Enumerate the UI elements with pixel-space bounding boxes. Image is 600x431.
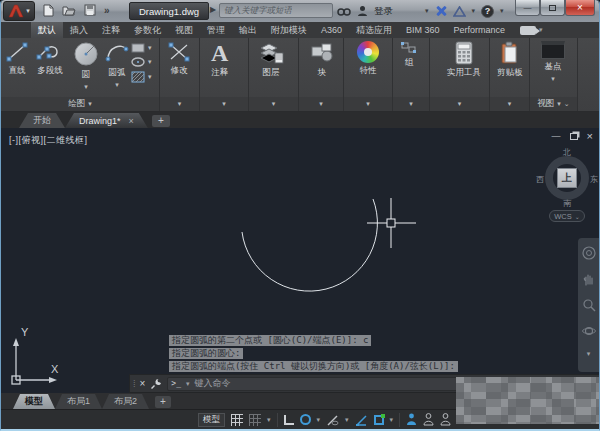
ribbon-tab-output[interactable]: 输出 — [232, 22, 264, 38]
group-panel-label[interactable]: ▾ — [393, 97, 429, 111]
object-snap-toggle-icon[interactable] — [374, 415, 384, 425]
draw-panel-label[interactable]: 绘图 ▾ — [1, 97, 159, 111]
maximize-button[interactable] — [540, 0, 565, 16]
arc-button[interactable]: 圆弧 ▾ — [104, 41, 130, 89]
save-icon[interactable] — [83, 3, 97, 17]
osnap-dropdown-icon[interactable]: ▾ — [390, 416, 394, 424]
command-customize-wrench-icon[interactable] — [150, 378, 162, 390]
arc-label: 圆弧 — [109, 67, 126, 79]
panel-annotation: A 注释 ▾ — [200, 38, 249, 111]
ribbon-tab-featured-apps[interactable]: 精选应用 — [349, 22, 399, 38]
tab-layout2[interactable]: 布局2 — [102, 394, 149, 409]
modify-button[interactable]: 修改 — [167, 41, 191, 77]
circle-label: 圆 — [82, 69, 91, 81]
close-button[interactable]: × — [565, 0, 595, 16]
minimize-button[interactable]: — — [515, 0, 540, 16]
isodraft-toggle-icon[interactable] — [326, 414, 339, 426]
annotation-scale-icon[interactable] — [440, 413, 451, 426]
grid-display-toggle-icon[interactable] — [231, 414, 243, 426]
hatch-dropdown-icon[interactable]: ▾ — [148, 73, 152, 81]
polar-dropdown-icon[interactable]: ▾ — [317, 416, 321, 424]
snap-mode-toggle-icon[interactable] — [249, 414, 261, 426]
ribbon-tab-annotate[interactable]: 注释 — [95, 22, 127, 38]
line-button[interactable]: 直线 — [5, 41, 29, 77]
sign-in-label[interactable]: 登录 — [374, 5, 393, 18]
infocenter-bar: 登录 ▾ ▾ ? ▾ — [337, 2, 504, 20]
panel-block: 块 ▾ — [299, 38, 344, 111]
ribbon-tab-default[interactable]: 默认 — [31, 22, 63, 38]
circle-dropdown-icon[interactable]: ▾ — [84, 83, 88, 91]
ribbon-tab-bim360[interactable]: BIM 360 — [399, 22, 447, 38]
basepoint-button[interactable]: 基点 ▾ — [541, 41, 565, 83]
new-layout-button[interactable]: + — [155, 396, 171, 408]
help-caret-icon[interactable]: ▾ — [500, 7, 504, 15]
application-menu-button[interactable]: ▾ — [3, 1, 35, 21]
exchange-apps-icon[interactable] — [435, 5, 447, 17]
file-tab-start[interactable]: 开始 — [19, 113, 65, 128]
basepoint-icon — [541, 41, 565, 59]
model-space-toggle[interactable]: 模型 — [198, 413, 225, 427]
drawing-tab-close-icon[interactable]: × — [129, 116, 134, 126]
ribbon-tab-insert[interactable]: 插入 — [63, 22, 95, 38]
ribbon-tab-performance[interactable]: Performance — [447, 22, 513, 38]
ribbon-tab-parametric[interactable]: 参数化 — [127, 22, 168, 38]
new-drawing-tab-button[interactable]: + — [152, 115, 170, 127]
rectangle-dropdown-icon[interactable]: ▾ — [148, 44, 152, 52]
open-file-icon[interactable] — [62, 3, 76, 17]
new-file-icon[interactable] — [41, 3, 55, 17]
block-panel-label[interactable]: ▾ — [299, 97, 343, 111]
properties-panel-label[interactable]: ▾ — [344, 97, 392, 111]
tab-model[interactable]: 模型 — [13, 394, 55, 409]
arc-dropdown-icon[interactable]: ▾ — [115, 81, 119, 89]
autodesk-a360-icon[interactable] — [453, 6, 466, 17]
clipboard-panel-label[interactable]: ▾ — [490, 97, 529, 111]
utilities-panel-label[interactable]: ▾ — [430, 97, 489, 111]
hatch-tool[interactable]: ▾ — [131, 71, 152, 83]
signin-caret-icon[interactable]: ▾ — [425, 7, 429, 15]
command-recent-caret-icon[interactable]: ▾ — [186, 380, 190, 388]
utilities-button[interactable]: 实用工具 — [447, 41, 481, 79]
polar-tracking-toggle-icon[interactable] — [300, 414, 311, 425]
ortho-mode-toggle-icon[interactable] — [284, 415, 294, 425]
properties-button[interactable]: 特性 — [357, 41, 379, 77]
doc-title-arrow-icon[interactable]: ▶ — [210, 5, 216, 14]
tab-layout1[interactable]: 布局1 — [55, 394, 102, 409]
polyline-button[interactable]: 多段线 — [35, 41, 65, 77]
command-grip-handle[interactable]: ⁞ — [133, 379, 135, 389]
layers-button[interactable]: 图层 — [258, 41, 284, 79]
group-button[interactable]: 组 — [401, 41, 417, 69]
ribbon-tab-addins[interactable]: 附加模块 — [264, 22, 314, 38]
object-snap-tracking-toggle-icon[interactable] — [355, 414, 368, 426]
isodraft-dropdown-icon[interactable]: ▾ — [345, 416, 349, 424]
qat-overflow-icon[interactable]: » — [104, 5, 110, 16]
layers-panel-label[interactable]: ▾ — [249, 97, 298, 111]
view-panel-label[interactable]: 视图 ▾ ⌄ — [530, 97, 577, 111]
block-button[interactable]: 块 — [309, 41, 335, 79]
command-close-icon[interactable]: × — [140, 378, 146, 389]
drawing-canvas[interactable]: [-][俯视][二维线框] — × 北 南 西 东 上 WCS ⌄ ▾ — [1, 128, 599, 393]
annotation-panel-label[interactable]: ▾ — [200, 97, 248, 111]
snap-dropdown-icon[interactable]: ▾ — [267, 416, 271, 424]
ribbon-tab-manage[interactable]: 管理 — [200, 22, 232, 38]
ribbon-tab-view[interactable]: 视图 — [168, 22, 200, 38]
circle-button[interactable]: 圆 ▾ — [73, 41, 99, 91]
modify-icon — [167, 41, 191, 63]
clipboard-button[interactable]: 剪贴板 — [497, 41, 523, 79]
file-tab-drawing1[interactable]: Drawing1* × — [65, 113, 148, 128]
annotate-button[interactable]: A 注释 — [211, 41, 228, 79]
ellipse-tool[interactable]: ▾ — [131, 57, 152, 67]
command-prompt-icon: >_ — [171, 379, 181, 388]
a360-caret-icon[interactable]: ▾ — [472, 7, 476, 15]
annotation-visibility-icon[interactable] — [406, 413, 417, 426]
ribbon-display-toggle[interactable]: ▾ — [520, 22, 543, 38]
search-binoculars-icon[interactable] — [337, 6, 351, 17]
modify-panel-label[interactable]: ▾ — [160, 97, 199, 111]
infocenter-search-input[interactable]: 键入关键字或短语 — [219, 3, 333, 18]
basepoint-caret-icon[interactable]: ▾ — [551, 75, 555, 83]
autoscale-annotation-icon[interactable] — [423, 413, 434, 426]
group-icon — [401, 41, 417, 55]
ribbon-tab-a360[interactable]: A360 — [314, 22, 349, 38]
rectangle-tool[interactable]: ▾ — [131, 43, 152, 53]
ellipse-dropdown-icon[interactable]: ▾ — [148, 58, 152, 66]
help-icon[interactable]: ? — [481, 5, 494, 18]
